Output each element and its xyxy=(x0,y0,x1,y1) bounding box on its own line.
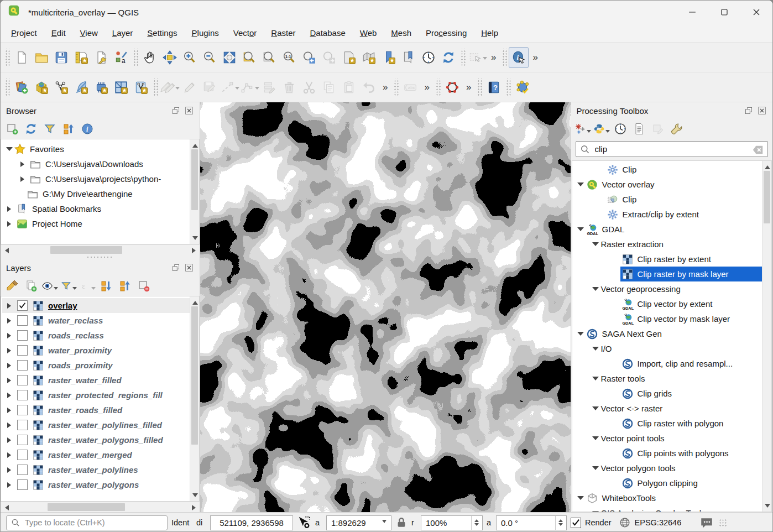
crs-globe-icon[interactable] xyxy=(619,517,631,529)
layer-visibility-checkbox[interactable] xyxy=(17,375,28,385)
toolbox-item[interactable]: Clip grids xyxy=(572,386,771,401)
render-checkbox[interactable] xyxy=(571,518,581,528)
identify-features-button[interactable]: i xyxy=(509,47,529,68)
toolbar-overflow-button[interactable]: » xyxy=(379,82,391,93)
show-layout-manager-button[interactable] xyxy=(91,47,111,68)
toolbar-grip[interactable] xyxy=(393,79,399,96)
expand-caret-icon[interactable] xyxy=(577,182,584,190)
layer-item[interactable]: raster_water_filled xyxy=(2,373,198,388)
layer-visibility-checkbox[interactable] xyxy=(17,405,28,415)
toolbar-overflow-button[interactable]: » xyxy=(420,82,433,93)
toolbar-grip[interactable] xyxy=(4,49,10,66)
toolbox-models-button[interactable] xyxy=(574,121,591,137)
layer-visibility-checkbox[interactable] xyxy=(17,360,28,371)
browser-item[interactable]: G:\My Drive\earthengine xyxy=(2,186,198,201)
expand-caret-icon[interactable] xyxy=(7,408,14,413)
remove-layer-button[interactable] xyxy=(135,278,152,294)
layer-visibility-checkbox[interactable] xyxy=(17,479,28,490)
check-geometries-button[interactable] xyxy=(513,77,532,98)
expand-caret-icon[interactable] xyxy=(7,437,14,443)
expand-caret-icon[interactable] xyxy=(592,377,599,384)
toolbox-item[interactable]: WhiteboxTools xyxy=(572,491,771,505)
browser-filter-button[interactable] xyxy=(41,121,58,137)
help-contents-button[interactable]: ? xyxy=(484,77,504,98)
new-map-view-button[interactable] xyxy=(339,47,359,68)
expand-caret-icon[interactable] xyxy=(7,452,14,458)
extents-pointer-icon[interactable] xyxy=(297,515,311,530)
layer-visibility-checkbox[interactable] xyxy=(17,465,28,475)
layer-item[interactable]: raster_water_polygons_filled xyxy=(2,432,198,447)
menu-view[interactable]: View xyxy=(73,25,105,40)
new-geopackage-layer-button[interactable] xyxy=(32,77,51,98)
browser-refresh-button[interactable] xyxy=(23,121,39,137)
browser-add-selected-layers-button[interactable] xyxy=(4,121,20,137)
filter-legend-button[interactable] xyxy=(60,278,77,294)
toolbox-item[interactable]: Vector <-> raster xyxy=(572,401,771,416)
temporal-controller-button[interactable] xyxy=(419,47,438,68)
style-manager-button[interactable]: a xyxy=(111,47,131,68)
expand-caret-icon[interactable] xyxy=(7,221,14,227)
resize-grip[interactable] xyxy=(719,519,727,526)
toolbox-item[interactable]: GIS Analysis - Overlay Tools xyxy=(572,505,771,512)
messages-button[interactable] xyxy=(699,516,714,529)
expand-caret-icon[interactable] xyxy=(7,393,14,398)
toolbox-close-button[interactable] xyxy=(757,106,767,116)
browser-close-button[interactable] xyxy=(184,106,194,116)
expand-caret-icon[interactable] xyxy=(7,348,14,353)
layers-horizontal-scrollbar[interactable] xyxy=(1,502,200,512)
layer-item[interactable]: roads_reclass xyxy=(2,328,198,343)
toolbar-grip[interactable] xyxy=(4,79,10,96)
maximize-button[interactable] xyxy=(708,1,740,24)
menu-mesh[interactable]: Mesh xyxy=(384,25,419,40)
layer-item[interactable]: water_reclass xyxy=(2,313,198,328)
layers-vertical-scrollbar[interactable] xyxy=(190,296,199,501)
close-button[interactable] xyxy=(740,1,772,24)
zoom-to-selection-button[interactable] xyxy=(239,47,259,68)
layer-item[interactable]: raster_water_polylines_filled xyxy=(2,418,198,432)
menu-edit[interactable]: Edit xyxy=(44,25,73,40)
expand-caret-icon[interactable] xyxy=(592,436,599,444)
refresh-map-button[interactable] xyxy=(438,47,458,68)
new-project-button[interactable] xyxy=(12,47,32,68)
toolbox-item[interactable]: Clip raster with polygon xyxy=(572,416,771,431)
browser-item[interactable]: C:\Users\ujava\Downloads xyxy=(2,157,198,171)
toolbox-history-button[interactable] xyxy=(612,121,629,137)
new-mesh-layer-button[interactable] xyxy=(111,77,131,98)
toolbox-options-button[interactable] xyxy=(668,121,685,137)
toolbar-overflow-button[interactable]: » xyxy=(487,52,500,63)
browser-float-button[interactable] xyxy=(171,106,181,116)
toolbox-item[interactable]: Vector overlay xyxy=(572,177,771,192)
menu-raster[interactable]: Raster xyxy=(264,25,302,40)
toolbox-item[interactable]: Polygon clipping xyxy=(572,476,771,491)
menu-vector[interactable]: Vector xyxy=(226,25,264,40)
menu-web[interactable]: Web xyxy=(353,25,384,40)
add-group-button[interactable] xyxy=(23,278,39,294)
map-canvas[interactable] xyxy=(200,102,570,512)
expand-caret-icon[interactable] xyxy=(592,287,599,294)
open-project-button[interactable] xyxy=(32,47,51,68)
expand-caret-icon[interactable] xyxy=(7,318,14,324)
expand-caret-icon[interactable] xyxy=(7,303,14,309)
toolbox-item[interactable]: Raster extraction xyxy=(572,237,771,252)
layer-item[interactable]: raster_water_polygons xyxy=(2,477,198,492)
toolbox-item[interactable]: GDALClip vector by extent xyxy=(572,296,771,311)
layer-visibility-checkbox[interactable] xyxy=(17,435,28,445)
toolbox-item[interactable]: Import, clip and resampl... xyxy=(572,356,771,371)
zoom-to-layer-button[interactable] xyxy=(259,47,279,68)
new-spatial-bookmark-button[interactable] xyxy=(379,47,399,68)
menu-project[interactable]: Project xyxy=(4,25,44,40)
browser-vertical-scrollbar[interactable] xyxy=(190,139,199,244)
toolbar-grip[interactable] xyxy=(502,49,507,66)
toolbar-grip[interactable] xyxy=(460,49,466,66)
open-layer-styling-button[interactable] xyxy=(4,278,20,294)
toolbox-item[interactable]: Vector point tools xyxy=(572,431,771,446)
layer-visibility-checkbox[interactable] xyxy=(17,300,28,311)
browser-properties-button[interactable]: i xyxy=(79,121,96,137)
toolbox-item[interactable]: Vector geoprocessing xyxy=(572,281,771,296)
toolbox-item-selected[interactable]: Clip raster by mask layer xyxy=(572,267,771,281)
layer-item[interactable]: raster_protected_regions_fill xyxy=(2,388,198,403)
rotation-spinbox[interactable]: 0.0 ° xyxy=(496,515,567,530)
expand-caret-icon[interactable] xyxy=(7,467,14,473)
layers-close-button[interactable] xyxy=(184,263,194,273)
coordinate-box[interactable]: 521109, 2936598 xyxy=(210,515,293,530)
